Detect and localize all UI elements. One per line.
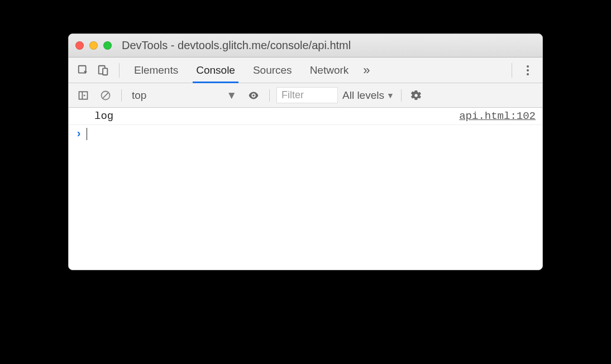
- inspect-element-icon[interactable]: [74, 61, 92, 79]
- text-cursor: [87, 128, 87, 140]
- divider: [121, 89, 122, 102]
- log-levels-select[interactable]: All levels ▼: [342, 89, 394, 102]
- divider: [401, 89, 402, 102]
- console-toolbar: top ▼ All levels ▼: [69, 83, 542, 108]
- console-output: log api.html:102 ›: [69, 108, 542, 270]
- filter-input[interactable]: [276, 87, 338, 103]
- tab-elements[interactable]: Elements: [126, 58, 186, 83]
- context-label: top: [132, 89, 146, 102]
- prompt-chevron-icon: ›: [75, 127, 82, 140]
- tabs-overflow[interactable]: »: [359, 58, 374, 83]
- tab-sources[interactable]: Sources: [245, 58, 300, 83]
- divider: [512, 63, 512, 78]
- log-source-link[interactable]: api.html:102: [459, 110, 536, 122]
- maximize-window-button[interactable]: [103, 41, 112, 50]
- toggle-sidebar-icon[interactable]: [74, 87, 92, 104]
- close-window-button[interactable]: [75, 41, 84, 50]
- tabbar: Elements Console Sources Network »: [69, 58, 542, 83]
- log-entry: log api.html:102: [69, 108, 542, 125]
- dropdown-triangle-icon: ▼: [386, 91, 394, 100]
- devtools-window: DevTools - devtools.glitch.me/console/ap…: [68, 33, 543, 270]
- context-selector[interactable]: top ▼: [128, 88, 240, 103]
- console-prompt[interactable]: ›: [69, 125, 542, 142]
- svg-line-6: [103, 93, 108, 98]
- svg-point-7: [252, 94, 255, 97]
- more-menu-button[interactable]: [519, 61, 537, 79]
- live-expression-icon[interactable]: [245, 87, 262, 104]
- dropdown-triangle-icon: ▼: [226, 89, 237, 102]
- traffic-lights: [75, 41, 112, 50]
- window-title: DevTools - devtools.glitch.me/console/ap…: [118, 39, 536, 52]
- clear-console-icon[interactable]: [97, 87, 114, 104]
- minimize-window-button[interactable]: [89, 41, 98, 50]
- tab-console[interactable]: Console: [188, 58, 243, 83]
- levels-label: All levels: [342, 89, 384, 102]
- svg-rect-3: [79, 92, 88, 99]
- titlebar: DevTools - devtools.glitch.me/console/ap…: [69, 34, 542, 58]
- kebab-icon: [521, 65, 534, 75]
- divider: [269, 89, 270, 102]
- console-settings-icon[interactable]: [408, 88, 424, 103]
- device-toggle-icon[interactable]: [94, 61, 112, 79]
- divider: [119, 63, 120, 78]
- tab-network[interactable]: Network: [302, 58, 357, 83]
- svg-rect-2: [103, 68, 107, 75]
- log-message: log: [94, 110, 459, 122]
